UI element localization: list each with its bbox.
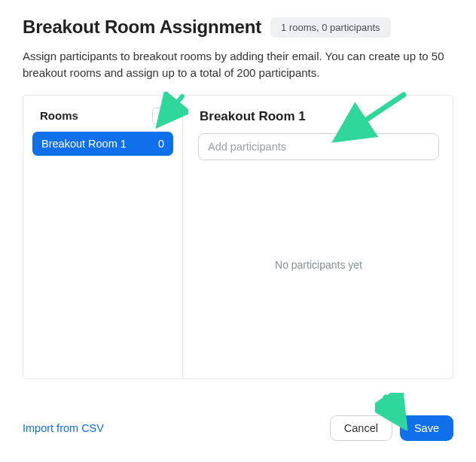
room-item-name: Breakout Room 1 [41, 138, 127, 150]
summary-badge: 1 rooms, 0 participants [270, 17, 391, 38]
cancel-button[interactable]: Cancel [330, 415, 392, 441]
page-title: Breakout Room Assignment [23, 17, 261, 38]
room-detail-pane: Breakout Room 1 No participants yet [183, 96, 453, 378]
assignment-panel: Rooms + Breakout Room 1 0 Breakout Room … [23, 95, 453, 379]
rooms-sidebar: Rooms + Breakout Room 1 0 [23, 96, 183, 378]
description-text: Assign participants to breakout rooms by… [0, 38, 476, 81]
add-room-button[interactable]: + [152, 108, 169, 124]
room-item-count: 0 [158, 138, 164, 150]
import-csv-link[interactable]: Import from CSV [23, 422, 104, 434]
rooms-heading: Rooms [40, 109, 78, 122]
room-list-item[interactable]: Breakout Room 1 0 [32, 132, 173, 156]
empty-state-text: No participants yet [198, 160, 439, 369]
save-button[interactable]: Save [400, 415, 453, 441]
room-title: Breakout Room 1 [200, 109, 439, 124]
add-participants-input[interactable] [198, 133, 439, 160]
